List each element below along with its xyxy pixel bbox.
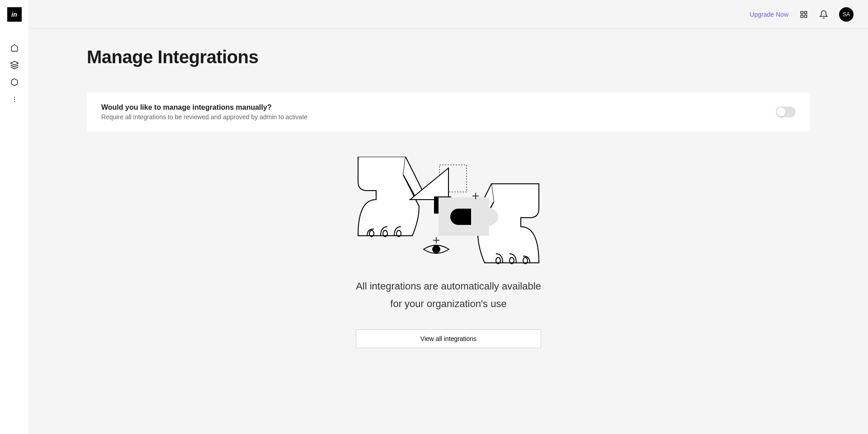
manual-integrations-card: Would you like to manage integrations ma…	[87, 93, 810, 131]
card-text: Would you like to manage integrations ma…	[101, 103, 307, 121]
card-heading: Would you like to manage integrations ma…	[101, 103, 307, 112]
svg-point-3	[14, 101, 15, 102]
topbar: Upgrade Now SA	[29, 0, 868, 29]
upgrade-link[interactable]: Upgrade Now	[750, 11, 788, 18]
hands-illustration	[354, 157, 543, 265]
main-area: Upgrade Now SA Ma	[29, 0, 868, 434]
page-title: Manage Integrations	[87, 47, 810, 67]
avatar[interactable]: SA	[839, 7, 854, 22]
svg-point-1	[14, 97, 15, 98]
sidebar: in	[0, 0, 29, 434]
more-icon[interactable]	[10, 95, 19, 104]
manual-toggle[interactable]	[776, 107, 796, 117]
svg-marker-0	[10, 61, 18, 65]
svg-rect-6	[801, 15, 803, 17]
empty-state: All integrations are automatically avail…	[87, 157, 810, 348]
svg-rect-5	[805, 11, 807, 14]
invision-logo[interactable]: in	[7, 7, 22, 22]
layers-icon[interactable]	[10, 61, 19, 70]
card-subtext: Require all integrations to be reviewed …	[101, 113, 307, 121]
hexagon-icon[interactable]	[10, 78, 19, 87]
content: Manage Integrations Would you like to ma…	[29, 29, 868, 434]
svg-rect-7	[805, 15, 807, 17]
empty-text-line2: for your organization's use	[390, 297, 506, 311]
svg-point-2	[14, 99, 15, 100]
toggle-knob	[777, 107, 786, 117]
view-all-integrations-button[interactable]: View all integrations	[356, 329, 541, 348]
notifications-icon[interactable]	[819, 10, 828, 19]
apps-icon[interactable]	[799, 10, 808, 19]
svg-rect-4	[801, 11, 803, 14]
home-icon[interactable]	[10, 43, 19, 52]
empty-text-line1: All integrations are automatically avail…	[356, 280, 541, 294]
svg-point-20	[432, 245, 440, 253]
